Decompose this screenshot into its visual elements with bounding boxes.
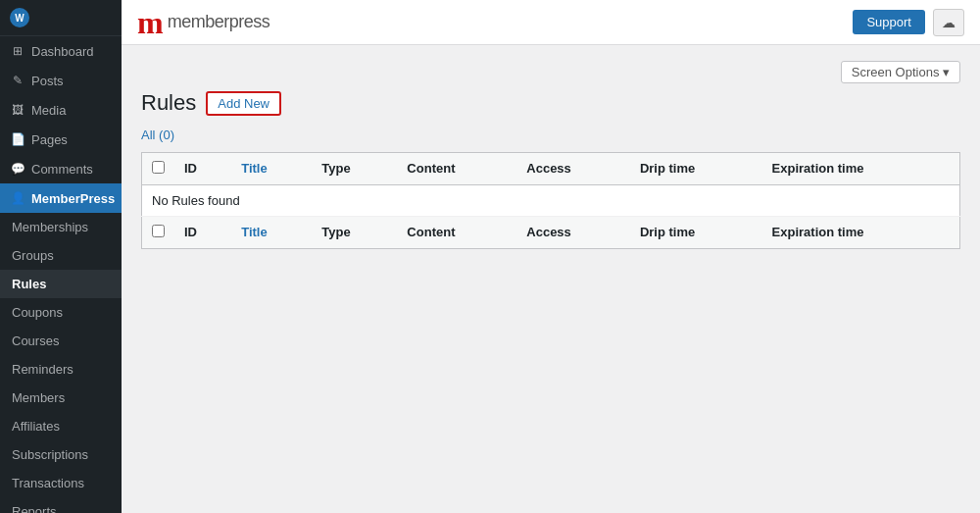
- pages-icon: 📄: [10, 131, 25, 147]
- select-all-footer-checkbox[interactable]: [152, 225, 165, 237]
- sidebar-item-transactions[interactable]: Transactions: [0, 469, 122, 497]
- page-content: Screen Options ▾ Rules Add New All (0) I…: [122, 45, 980, 513]
- sidebar-item-dashboard[interactable]: ⊞ Dashboard: [0, 36, 122, 66]
- sidebar-item-groups[interactable]: Groups: [0, 241, 122, 270]
- header-type: Type: [312, 152, 397, 184]
- screen-options-button[interactable]: Screen Options ▾: [841, 61, 960, 83]
- sidebar-item-rules[interactable]: Rules: [0, 270, 122, 298]
- table-header-row: ID Title Type Content Access D: [142, 152, 960, 184]
- sidebar-item-courses[interactable]: Courses: [0, 327, 122, 355]
- groups-label: Groups: [12, 248, 54, 263]
- wp-logo: W: [0, 0, 122, 36]
- memberpress-label: MemberPress: [31, 191, 115, 206]
- reminders-label: Reminders: [12, 362, 74, 377]
- sidebar-item-label: Comments: [31, 162, 93, 177]
- cloud-icon: ☁: [942, 15, 956, 30]
- page-title: Rules: [141, 89, 196, 118]
- coupons-label: Coupons: [12, 305, 63, 320]
- main-content: m memberpress Support ☁ Screen Options ▾…: [122, 0, 980, 513]
- header-drip-time: Drip time: [630, 152, 762, 184]
- filter-all-link[interactable]: All (0): [141, 128, 174, 142]
- sidebar-item-label: Media: [31, 103, 66, 118]
- header-access: Access: [516, 152, 630, 184]
- support-button[interactable]: Support: [853, 10, 925, 34]
- title-sort-link-footer[interactable]: Title: [241, 225, 268, 239]
- mp-logo-text: memberpress: [168, 12, 270, 32]
- memberships-label: Memberships: [12, 220, 88, 234]
- footer-drip-time: Drip time: [630, 216, 762, 248]
- sidebar-item-reports[interactable]: Reports: [0, 497, 122, 513]
- header-id: ID: [174, 152, 231, 184]
- memberpress-icon: 👤: [10, 190, 25, 206]
- posts-icon: ✎: [10, 73, 25, 88]
- subscriptions-label: Subscriptions: [12, 447, 88, 462]
- affiliates-label: Affiliates: [12, 419, 60, 434]
- sidebar-item-label: Pages: [31, 132, 68, 147]
- comments-icon: 💬: [10, 161, 25, 177]
- courses-label: Courses: [12, 333, 59, 348]
- header-expiration-time: Expiration time: [762, 152, 960, 184]
- sidebar-item-memberships[interactable]: Memberships: [0, 213, 122, 241]
- transactions-label: Transactions: [12, 476, 84, 490]
- footer-access: Access: [516, 216, 630, 248]
- footer-content: Content: [397, 216, 516, 248]
- footer-type: Type: [312, 216, 397, 248]
- sidebar-item-comments[interactable]: 💬 Comments: [0, 154, 122, 183]
- sidebar-item-members[interactable]: Members: [0, 384, 122, 412]
- footer-expiration-time: Expiration time: [762, 216, 960, 248]
- rules-table: ID Title Type Content Access D: [141, 152, 960, 249]
- no-items-row: No Rules found: [142, 184, 960, 216]
- title-sort-link[interactable]: Title: [241, 161, 268, 176]
- filter-bar: All (0): [141, 128, 960, 142]
- sidebar-item-reminders[interactable]: Reminders: [0, 355, 122, 384]
- topbar-actions: Support ☁: [853, 9, 964, 36]
- header-title[interactable]: Title: [231, 152, 312, 184]
- footer-id: ID: [174, 216, 231, 248]
- cloud-icon-button[interactable]: ☁: [933, 9, 964, 36]
- sidebar-item-affiliates[interactable]: Affiliates: [0, 412, 122, 440]
- sidebar-item-label: Dashboard: [31, 44, 94, 59]
- rules-label: Rules: [12, 277, 46, 291]
- add-new-button[interactable]: Add New: [206, 91, 281, 116]
- media-icon: 🖼: [10, 102, 25, 118]
- topbar: m memberpress Support ☁: [122, 0, 980, 45]
- footer-title[interactable]: Title: [231, 216, 312, 248]
- sidebar: W ⊞ Dashboard ✎ Posts 🖼 Media 📄 Pages 💬 …: [0, 0, 122, 513]
- screen-options-container: Screen Options ▾: [141, 61, 960, 83]
- sidebar-item-coupons[interactable]: Coupons: [0, 298, 122, 327]
- sidebar-item-subscriptions[interactable]: Subscriptions: [0, 440, 122, 469]
- table-footer-row: ID Title Type Content Access D: [142, 216, 960, 248]
- wp-logo-icon: W: [10, 8, 29, 27]
- select-all-checkbox[interactable]: [152, 161, 165, 174]
- sidebar-item-media[interactable]: 🖼 Media: [0, 95, 122, 125]
- header-content: Content: [397, 152, 516, 184]
- mp-logo-m: m: [137, 7, 164, 38]
- members-label: Members: [12, 390, 65, 405]
- dashboard-icon: ⊞: [10, 43, 25, 59]
- reports-label: Reports: [12, 504, 57, 513]
- sidebar-item-posts[interactable]: ✎ Posts: [0, 66, 122, 95]
- no-items-cell: No Rules found: [142, 184, 960, 216]
- memberpress-section-header[interactable]: 👤 MemberPress: [0, 183, 122, 213]
- sidebar-item-pages[interactable]: 📄 Pages: [0, 125, 122, 154]
- sidebar-item-label: Posts: [31, 74, 64, 88]
- footer-cb: [142, 216, 175, 248]
- header-cb: [142, 152, 175, 184]
- page-header: Rules Add New: [141, 89, 960, 118]
- topbar-logo: m memberpress: [137, 7, 270, 38]
